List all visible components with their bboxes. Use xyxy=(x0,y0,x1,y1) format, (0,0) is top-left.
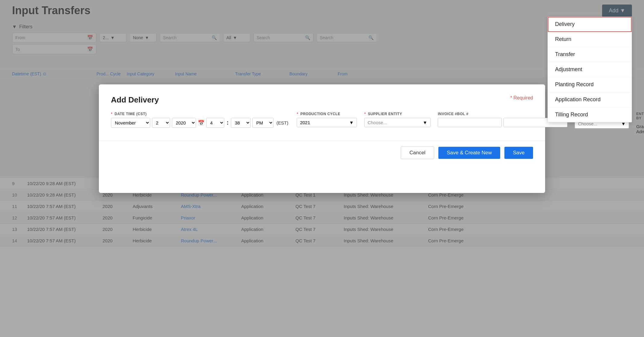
supplier-label: * SUPPLIER ENTITY xyxy=(364,112,431,116)
timezone-label: (EST) xyxy=(275,120,289,125)
cancel-button[interactable]: Cancel xyxy=(401,146,434,159)
entered-by-label: ENTERED BY xyxy=(636,112,644,120)
modal-footer: Cancel Save & Create New Save xyxy=(99,140,545,165)
modal-title: Add Delivery xyxy=(111,95,533,105)
prod-cycle-select[interactable]: 2021 ▼ xyxy=(297,118,357,127)
chevron-down-icon: ▼ xyxy=(349,120,354,125)
prod-cycle-label: * PRODUCTION CYCLE xyxy=(297,112,357,116)
dropdown-item-transfer[interactable]: Transfer xyxy=(548,47,632,62)
prod-cycle-controls: 2021 ▼ xyxy=(297,118,357,127)
day-select[interactable]: 2 xyxy=(152,118,170,128)
save-button[interactable]: Save xyxy=(504,147,533,159)
supplier-field-group: * SUPPLIER ENTITY Choose... ▼ xyxy=(364,112,431,127)
add-dropdown-menu: Delivery Return Transfer Adjustment Plan… xyxy=(548,17,632,122)
dropdown-item-application-record[interactable]: Application Record xyxy=(548,92,632,107)
entered-by-field-group: ENTERED BY Granular Adm xyxy=(636,112,644,134)
supplier-controls: Choose... ▼ xyxy=(364,118,431,127)
prod-cycle-field-group: * PRODUCTION CYCLE 2021 ▼ xyxy=(297,112,357,127)
supplier-select[interactable]: Choose... ▼ xyxy=(364,118,431,127)
ampm-select[interactable]: PM xyxy=(252,118,273,128)
save-create-button[interactable]: Save & Create New xyxy=(438,147,500,159)
invoice-input[interactable] xyxy=(438,118,502,127)
datetime-label: * DATE TIME (CST) xyxy=(111,112,289,116)
datetime-controls: November 2 2020 📅 4 : 38 xyxy=(111,118,289,128)
dropdown-item-delivery[interactable]: Delivery xyxy=(548,17,632,32)
entered-by-value: Granular Adm xyxy=(636,122,644,134)
minute-select[interactable]: 38 xyxy=(231,118,251,128)
month-select[interactable]: November xyxy=(111,118,150,128)
chevron-down-icon: ▼ xyxy=(423,120,427,125)
year-select[interactable]: 2020 xyxy=(172,118,196,128)
add-delivery-modal: Add Delivery * Required * DATE TIME (CST… xyxy=(99,84,545,193)
dropdown-item-tilling-record[interactable]: Tilling Record xyxy=(548,107,632,122)
required-label: * Required xyxy=(510,95,533,101)
modal-fields: * DATE TIME (CST) November 2 2020 📅 xyxy=(111,112,533,134)
dropdown-item-planting-record[interactable]: Planting Record xyxy=(548,77,632,92)
dropdown-item-adjustment[interactable]: Adjustment xyxy=(548,62,632,77)
datetime-field-group: * DATE TIME (CST) November 2 2020 📅 xyxy=(111,112,289,128)
hour-select[interactable]: 4 xyxy=(206,118,224,128)
calendar-picker-icon[interactable]: 📅 xyxy=(198,120,204,126)
dropdown-item-return[interactable]: Return xyxy=(548,32,632,47)
